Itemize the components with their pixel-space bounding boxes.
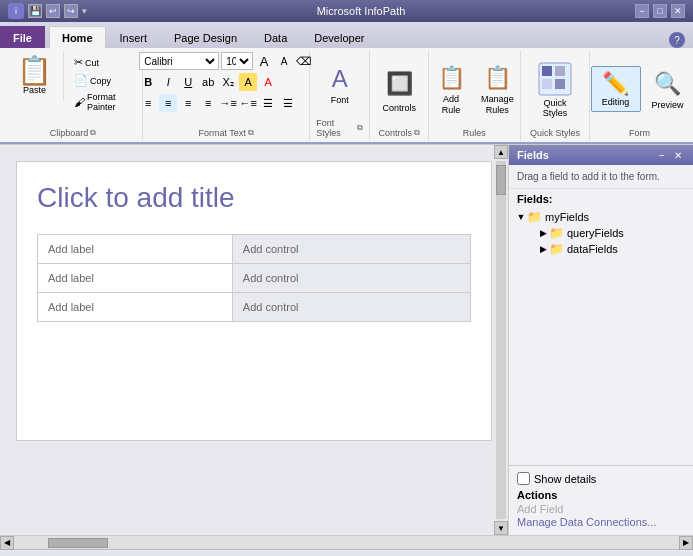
highlight-button[interactable]: A <box>239 73 257 91</box>
form-control-3[interactable]: Add control <box>232 293 470 322</box>
folder-icon-myfields: 📁 <box>527 210 542 224</box>
cut-button[interactable]: ✂ Cut <box>70 54 134 71</box>
font-styles-button[interactable]: A Font <box>319 60 361 109</box>
format-text-group-label: Format Text <box>199 128 246 138</box>
fields-panel-close[interactable]: ✕ <box>671 148 685 162</box>
form-control-1[interactable]: Add control <box>232 235 470 264</box>
font-styles-expand-icon[interactable]: ⧉ <box>357 123 363 133</box>
form-control-2[interactable]: Add control <box>232 264 470 293</box>
manage-rules-button[interactable]: 📋 Manage Rules <box>476 59 519 119</box>
form-label-2[interactable]: Add label <box>38 264 233 293</box>
form-group-label: Form <box>629 128 650 138</box>
preview-button[interactable]: 🔍 Preview <box>647 65 689 114</box>
quick-access-redo[interactable]: ↪ <box>64 4 78 18</box>
minimize-button[interactable]: − <box>635 4 649 18</box>
tree-expand-datafields[interactable]: ▶ <box>537 243 549 255</box>
tree-expand-queryfields[interactable]: ▶ <box>537 227 549 239</box>
subscript-button[interactable]: X₂ <box>219 73 237 91</box>
rules-group-label: Rules <box>463 128 486 138</box>
justify-button[interactable]: ≡ <box>199 94 217 112</box>
fields-bottom: Show details Actions Add Field Manage Da… <box>509 465 693 535</box>
numbered-list-button[interactable]: ☰ <box>279 94 297 112</box>
underline-button[interactable]: U <box>179 73 197 91</box>
fields-panel: Fields − ✕ Drag a field to add it to the… <box>508 145 693 535</box>
tab-insert[interactable]: Insert <box>107 26 161 48</box>
font-name-select[interactable]: Calibri <box>139 52 219 70</box>
restore-button[interactable]: □ <box>653 4 667 18</box>
italic-button[interactable]: I <box>159 73 177 91</box>
fields-panel-minimize[interactable]: − <box>655 148 669 162</box>
form-title[interactable]: Click to add title <box>37 182 471 214</box>
controls-expand-icon[interactable]: ⧉ <box>414 128 420 138</box>
align-right-button[interactable]: ≡ <box>179 94 197 112</box>
scroll-left-button[interactable]: ◀ <box>0 536 14 550</box>
quick-access-undo[interactable]: ↩ <box>46 4 60 18</box>
svg-rect-3 <box>542 79 552 89</box>
format-text-expand-icon[interactable]: ⧉ <box>248 128 254 138</box>
tab-page-design[interactable]: Page Design <box>161 26 250 48</box>
align-center-button[interactable]: ≡ <box>159 94 177 112</box>
form-table: Add label Add control Add label Add cont… <box>37 234 471 322</box>
bullets-button[interactable]: ☰ <box>259 94 277 112</box>
main-area: Click to add title Add label Add control… <box>0 145 693 535</box>
svg-rect-1 <box>542 66 552 76</box>
scroll-down-button[interactable]: ▼ <box>494 521 508 535</box>
ribbon-tabs: File Home Insert Page Design Data Develo… <box>0 22 693 48</box>
quick-access-save[interactable]: 💾 <box>28 4 42 18</box>
tree-item-datafields[interactable]: ▶ 📁 dataFields <box>513 241 689 257</box>
decrease-font-button[interactable]: A <box>275 52 293 70</box>
table-row: Add label Add control <box>38 264 471 293</box>
tree-item-queryfields[interactable]: ▶ 📁 queryFields <box>513 225 689 241</box>
show-details-checkbox[interactable] <box>517 472 530 485</box>
svg-rect-4 <box>555 79 565 89</box>
scroll-thumb-v[interactable] <box>496 165 506 195</box>
increase-indent-button[interactable]: →≡ <box>219 94 237 112</box>
increase-font-button[interactable]: A <box>255 52 273 70</box>
decrease-indent-button[interactable]: ←≡ <box>239 94 257 112</box>
folder-icon-queryfields: 📁 <box>549 226 564 240</box>
tab-developer[interactable]: Developer <box>301 26 377 48</box>
tree-item-myfields[interactable]: ▼ 📁 myFields <box>513 209 689 225</box>
form-label-3[interactable]: Add label <box>38 293 233 322</box>
align-left-button[interactable]: ≡ <box>139 94 157 112</box>
status-bar: Publish location: http://umas-server/lis… <box>0 549 693 556</box>
font-styles-group-label: Font Styles <box>316 118 355 138</box>
format-painter-button[interactable]: 🖌 Format Painter <box>70 90 134 114</box>
paste-button[interactable]: 📋 Paste <box>10 52 59 100</box>
table-row: Add label Add control <box>38 293 471 322</box>
close-button[interactable]: ✕ <box>671 4 685 18</box>
tree-label-myfields: myFields <box>545 211 589 223</box>
controls-button[interactable]: 🔲 Controls <box>373 62 425 116</box>
tree-expand-myfields[interactable]: ▼ <box>515 211 527 223</box>
fields-panel-header: Fields − ✕ <box>509 145 693 165</box>
scroll-right-button[interactable]: ▶ <box>679 536 693 550</box>
editing-button[interactable]: ✏️ Editing <box>591 66 641 112</box>
add-field-disabled: Add Field <box>517 502 563 516</box>
strikethrough-button[interactable]: ab <box>199 73 217 91</box>
form-label-1[interactable]: Add label <box>38 235 233 264</box>
bold-button[interactable]: B <box>139 73 157 91</box>
form-canvas: Click to add title Add label Add control… <box>0 145 508 535</box>
font-color-button[interactable]: A <box>259 73 277 91</box>
add-rule-button[interactable]: 📋 Add Rule <box>430 59 472 119</box>
help-icon[interactable]: ? <box>669 32 685 48</box>
format-text-group: Calibri 10 A A ⌫ B I U ab X₂ A <box>143 50 310 140</box>
tab-file[interactable]: File <box>0 26 45 48</box>
tab-data[interactable]: Data <box>251 26 300 48</box>
paste-label: Paste <box>23 85 46 95</box>
scroll-thumb-h[interactable] <box>48 538 108 548</box>
title-bar: i 💾 ↩ ↪ ▾ Microsoft InfoPath − □ ✕ <box>0 0 693 22</box>
scroll-up-button[interactable]: ▲ <box>494 145 508 159</box>
show-details-label: Show details <box>534 473 596 485</box>
clipboard-expand-icon[interactable]: ⧉ <box>90 128 96 138</box>
svg-rect-2 <box>555 66 565 76</box>
copy-button[interactable]: 📄 Copy <box>70 72 134 89</box>
tree-label-queryfields: queryFields <box>567 227 624 239</box>
tab-home[interactable]: Home <box>49 26 106 48</box>
scroll-track-h <box>28 538 665 548</box>
clipboard-group-label: Clipboard <box>50 128 89 138</box>
window-title: Microsoft InfoPath <box>87 5 635 17</box>
font-size-select[interactable]: 10 <box>221 52 253 70</box>
manage-connections-link[interactable]: Manage Data Connections... <box>517 515 685 529</box>
quick-styles-button[interactable]: Quick Styles <box>527 57 584 121</box>
